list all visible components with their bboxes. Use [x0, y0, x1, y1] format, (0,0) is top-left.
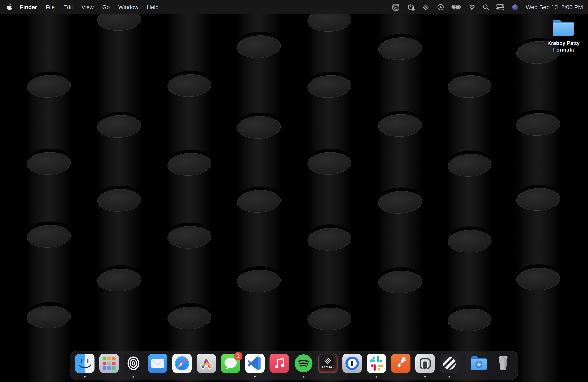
- menu-edit[interactable]: Edit: [59, 4, 77, 11]
- spotify-icon: [294, 354, 313, 373]
- folder-icon: [551, 19, 575, 37]
- menu-help[interactable]: Help: [143, 4, 163, 11]
- wifi-icon[interactable]: [468, 4, 476, 10]
- screen-lock-icon[interactable]: [407, 3, 415, 11]
- raycast-icon: raycast: [318, 354, 337, 373]
- dock-1password[interactable]: [342, 354, 362, 379]
- menu-bar: Finder File Edit View Go Window Help: [0, 0, 588, 14]
- battery-charging-icon[interactable]: [452, 5, 461, 10]
- raycast-label: raycast: [322, 365, 334, 369]
- raycast-menubar-icon[interactable]: [422, 3, 430, 11]
- menu-view[interactable]: View: [77, 4, 98, 11]
- launchpad-icon: [99, 354, 119, 373]
- concentric-circles-icon: [124, 354, 143, 373]
- safari-icon: [172, 354, 192, 373]
- dock-spotify[interactable]: [294, 354, 313, 379]
- menubar-date: Wed Sep 10: [526, 4, 558, 11]
- finder-icon: [75, 354, 94, 373]
- now-playing-icon[interactable]: [437, 3, 444, 11]
- menubar-clock[interactable]: Wed Sep 10 2:00 PM: [526, 4, 583, 11]
- dock-trash[interactable]: [494, 354, 513, 379]
- running-indicator: [84, 376, 86, 378]
- dock-divider: [464, 354, 464, 373]
- apple-icon: [7, 4, 12, 11]
- desktop-screen: Finder File Edit View Go Window Help: [0, 0, 588, 382]
- menu-app-name[interactable]: Finder: [16, 4, 42, 11]
- running-indicator: [376, 376, 378, 378]
- onepassword-icon: [342, 354, 362, 373]
- desktop-wallpaper: [0, 0, 588, 382]
- desktop-folder-label[interactable]: Krabby Patty Formula: [540, 40, 587, 53]
- dock-launchpad[interactable]: [99, 354, 119, 379]
- siri-icon[interactable]: [511, 3, 519, 11]
- starburst-icon[interactable]: [392, 3, 400, 11]
- music-icon: [270, 354, 289, 373]
- desktop-folder-krabby-patty[interactable]: [551, 19, 575, 38]
- dock-music[interactable]: [270, 354, 289, 379]
- mail-icon: [148, 354, 168, 373]
- raycast-diamond-glyph: [324, 357, 332, 364]
- apple-menu[interactable]: [5, 4, 16, 11]
- menu-window[interactable]: Window: [114, 4, 143, 11]
- control-center-icon[interactable]: [496, 4, 504, 10]
- running-indicator: [303, 376, 304, 378]
- dock-finder[interactable]: [75, 354, 94, 379]
- dock-vscode[interactable]: [245, 354, 265, 379]
- messages-badge: 2: [234, 352, 242, 360]
- app-store-icon: [197, 354, 216, 373]
- dock-mail[interactable]: [148, 354, 168, 379]
- menu-bar-status: Wed Sep 10 2:00 PM: [392, 3, 583, 11]
- dock-app-store[interactable]: [197, 354, 216, 379]
- running-indicator: [424, 376, 426, 378]
- dock-raycast[interactable]: raycast: [318, 354, 337, 379]
- running-indicator: [449, 376, 450, 378]
- menu-bar-left: Finder File Edit View Go Window Help: [5, 4, 163, 11]
- dock-linear[interactable]: [440, 354, 459, 379]
- dock-postman[interactable]: [391, 354, 410, 379]
- dock-downloads-folder[interactable]: [469, 354, 489, 379]
- dock-messages[interactable]: 2: [221, 354, 240, 379]
- running-indicator: [133, 376, 134, 378]
- menubar-time: 2:00 PM: [561, 4, 583, 11]
- iphone-mirroring-icon: [415, 354, 435, 373]
- dock: 2: [70, 351, 518, 380]
- dock-concentric-circles-app[interactable]: [124, 354, 143, 379]
- vscode-icon: [245, 354, 265, 373]
- linear-icon: [440, 354, 459, 373]
- dock-slack[interactable]: [367, 354, 386, 379]
- spotlight-search-icon[interactable]: [483, 4, 489, 11]
- downloads-folder-icon: [469, 354, 489, 373]
- postman-icon: [391, 354, 410, 373]
- dock-iphone-mirroring[interactable]: [415, 354, 435, 379]
- slack-icon: [367, 354, 386, 373]
- trash-icon: [494, 354, 513, 373]
- running-indicator: [254, 376, 256, 378]
- dock-safari[interactable]: [172, 354, 192, 379]
- menu-file[interactable]: File: [42, 4, 59, 11]
- menu-go[interactable]: Go: [98, 4, 114, 11]
